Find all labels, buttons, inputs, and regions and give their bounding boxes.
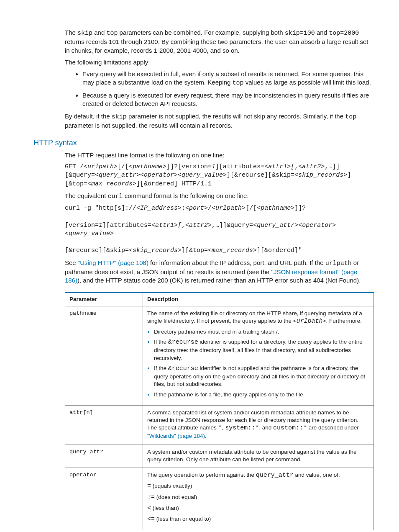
table-row: operator The query operation to perform … — [65, 468, 374, 531]
see-using-http: See "Using HTTP" (page 108) for informat… — [65, 259, 374, 285]
table-row: attr[n] A comma-separated list of system… — [65, 405, 374, 445]
param-desc: The name of the existing file or directo… — [143, 306, 374, 405]
parameter-table: Parameter Description pathname The name … — [65, 292, 374, 530]
list-item: If the &recurse identifier is not suppli… — [154, 365, 369, 388]
param-name: pathname — [65, 306, 143, 405]
param-desc: The query operation to perform against t… — [143, 468, 374, 531]
param-desc: A comma-separated list of system and/or … — [143, 405, 374, 445]
limitations-intro: The following limitations apply: — [65, 58, 374, 67]
limitation-item-1: Every query will be executed in full, ev… — [82, 70, 374, 88]
table-row: pathname The name of the existing file o… — [65, 306, 374, 405]
param-name: query_attr — [65, 445, 143, 468]
col-parameter: Parameter — [65, 293, 143, 306]
curl-intro: The equivalent curl command format is th… — [65, 192, 374, 201]
param-name: attr[n] — [65, 405, 143, 445]
limitations-list: Every query will be executed in full, ev… — [65, 70, 374, 108]
list-item: If the pathname is for a file, the query… — [154, 391, 369, 398]
http-request-codeblock: GET /<urlpath>[/[<pathname>]]?[version=1… — [65, 163, 374, 188]
defaults-para: By default, if the skip parameter is not… — [65, 112, 374, 130]
link-using-http[interactable]: "Using HTTP" (page 108) — [78, 259, 148, 266]
param-name: operator — [65, 468, 143, 531]
intro-para-1: The skip and top parameters can be combi… — [65, 28, 374, 55]
list-item: If the &recurse identifier is supplied f… — [154, 338, 369, 362]
http-syntax-heading: HTTP syntax — [33, 138, 374, 148]
link-wildcards[interactable]: "Wildcards" (page 184) — [147, 433, 205, 439]
param-desc: A system and/or custom metadata attribut… — [143, 445, 374, 468]
curl-codeblock: curl -g "http[s]://<IP_address>:<port>/<… — [65, 204, 374, 255]
http-request-intro: The HTTP request line format is the foll… — [65, 151, 374, 159]
col-description: Description — [143, 293, 374, 306]
list-item: Directory pathnames must end in a traili… — [154, 328, 369, 336]
table-row: query_attr A system and/or custom metada… — [65, 445, 374, 468]
limitation-item-2: Because a query is executed for every re… — [82, 91, 374, 108]
